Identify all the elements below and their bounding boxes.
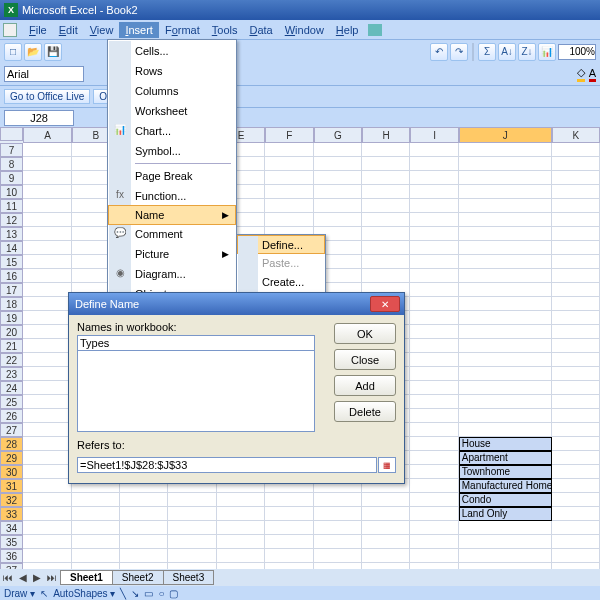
cell[interactable] (459, 381, 552, 395)
cell[interactable] (23, 255, 71, 269)
cell[interactable] (410, 311, 458, 325)
cell[interactable] (459, 241, 552, 255)
menu-tools[interactable]: Tools (206, 22, 244, 38)
cell[interactable] (552, 423, 600, 437)
row-header[interactable]: 21 (0, 339, 23, 353)
cell[interactable] (314, 199, 362, 213)
cell[interactable] (72, 549, 120, 563)
row-header[interactable]: 13 (0, 227, 23, 241)
cell[interactable] (23, 339, 71, 353)
cell[interactable] (459, 171, 552, 185)
cell[interactable] (459, 297, 552, 311)
sum-icon[interactable]: Σ (478, 43, 496, 61)
arrow-icon[interactable]: ↘ (131, 588, 139, 599)
help-icon[interactable] (368, 24, 382, 36)
oval-icon[interactable]: ○ (158, 588, 164, 599)
cell[interactable] (23, 479, 71, 493)
row-header[interactable]: 12 (0, 213, 23, 227)
row-header[interactable]: 35 (0, 535, 23, 549)
sheet-tab-3[interactable]: Sheet3 (163, 570, 215, 585)
row-header[interactable]: 26 (0, 409, 23, 423)
cell[interactable] (459, 521, 552, 535)
row-header[interactable]: 8 (0, 157, 23, 171)
menu-picture[interactable]: Picture▶ (109, 244, 235, 264)
cell[interactable] (23, 535, 71, 549)
row-header[interactable]: 10 (0, 185, 23, 199)
cell[interactable] (410, 213, 458, 227)
cell[interactable] (410, 437, 458, 451)
cell[interactable] (410, 451, 458, 465)
cell[interactable] (410, 353, 458, 367)
menu-format[interactable]: Format (159, 22, 206, 38)
col-f[interactable]: F (265, 127, 313, 143)
cell[interactable]: Apartment (459, 451, 552, 465)
draw-menu[interactable]: Draw ▾ (4, 588, 35, 599)
select-all[interactable] (0, 127, 23, 141)
cell[interactable] (459, 339, 552, 353)
cell[interactable] (410, 507, 458, 521)
row-header[interactable]: 23 (0, 367, 23, 381)
cell[interactable] (168, 549, 216, 563)
cell[interactable] (552, 297, 600, 311)
cell[interactable] (552, 437, 600, 451)
menu-comment[interactable]: 💬Comment (109, 224, 235, 244)
col-g[interactable]: G (314, 127, 362, 143)
names-listbox[interactable] (77, 350, 315, 432)
cell[interactable] (314, 521, 362, 535)
line-icon[interactable]: ╲ (120, 588, 126, 599)
cell[interactable] (217, 521, 265, 535)
cell[interactable] (72, 521, 120, 535)
menu-worksheet[interactable]: Worksheet (109, 101, 235, 121)
open-icon[interactable]: 📂 (24, 43, 42, 61)
cell[interactable] (23, 549, 71, 563)
cell[interactable] (410, 241, 458, 255)
row-header[interactable]: 27 (0, 423, 23, 437)
cell[interactable] (410, 297, 458, 311)
menu-window[interactable]: Window (279, 22, 330, 38)
cell[interactable] (314, 493, 362, 507)
cell[interactable] (265, 185, 313, 199)
cell[interactable]: Land Only (459, 507, 552, 521)
cell[interactable] (552, 507, 600, 521)
cell[interactable] (410, 283, 458, 297)
menu-edit[interactable]: Edit (53, 22, 84, 38)
cell[interactable] (217, 535, 265, 549)
refers-to-input[interactable] (77, 457, 377, 473)
cell[interactable] (410, 199, 458, 213)
cell[interactable] (410, 423, 458, 437)
menu-function[interactable]: fxFunction... (109, 186, 235, 206)
cell[interactable] (459, 255, 552, 269)
cell[interactable] (362, 185, 410, 199)
menu-insert[interactable]: Insert (119, 22, 159, 38)
menu-chart[interactable]: 📊Chart... (109, 121, 235, 141)
name-box[interactable] (4, 110, 74, 126)
rectangle-icon[interactable]: ▭ (144, 588, 153, 599)
new-icon[interactable]: □ (4, 43, 22, 61)
cell[interactable] (72, 507, 120, 521)
cell[interactable] (265, 493, 313, 507)
cell[interactable] (72, 535, 120, 549)
cell[interactable] (552, 283, 600, 297)
row-header[interactable]: 7 (0, 143, 23, 157)
tab-nav-first-icon[interactable]: ⏮ (0, 572, 16, 583)
save-icon[interactable]: 💾 (44, 43, 62, 61)
name-input[interactable] (77, 335, 315, 351)
cell[interactable] (459, 185, 552, 199)
cell[interactable] (410, 409, 458, 423)
close-button-dlg[interactable]: Close (334, 349, 396, 370)
row-header[interactable]: 14 (0, 241, 23, 255)
cell[interactable] (362, 241, 410, 255)
cell[interactable] (459, 199, 552, 213)
cell[interactable] (552, 353, 600, 367)
col-i[interactable]: I (410, 127, 458, 143)
cell[interactable] (362, 521, 410, 535)
sheet-tab-2[interactable]: Sheet2 (112, 570, 164, 585)
cell[interactable] (23, 199, 71, 213)
menu-name[interactable]: Name▶ (108, 205, 236, 225)
cell[interactable] (552, 143, 600, 157)
cell[interactable] (459, 423, 552, 437)
cell[interactable] (23, 451, 71, 465)
cell[interactable] (410, 465, 458, 479)
sort-asc-icon[interactable]: A↓ (498, 43, 516, 61)
row-header[interactable]: 30 (0, 465, 23, 479)
